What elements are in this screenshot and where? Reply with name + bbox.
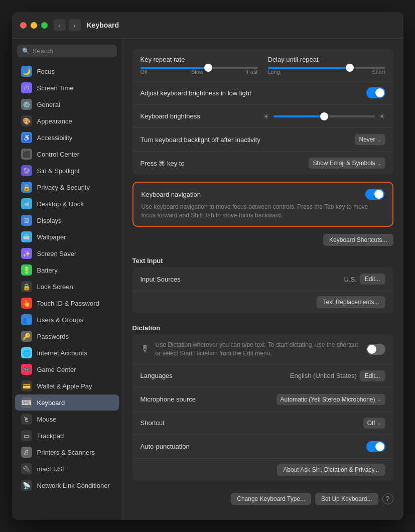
sidebar-item-internet-accounts[interactable]: 🌐 Internet Accounts [15,345,119,361]
sidebar-label-screen-saver: Screen Saver [37,250,77,257]
change-keyboard-type-button[interactable]: Change Keyboard Type... [231,493,311,505]
sidebar-label-appearance: Appearance [37,117,72,125]
brightness-low-light-label: Adjust keyboard brightness in low light [141,89,366,97]
help-button[interactable]: ? [382,493,393,504]
sidebar-item-general[interactable]: ⚙️ General [15,96,119,112]
sidebar-item-control-center[interactable]: ⬛ Control Center [15,146,119,162]
brightness-low-light-toggle[interactable] [366,87,385,98]
main-panel: Key repeat rate Delay until repeat [122,39,403,519]
sidebar-item-macfuse[interactable]: 🔌 macFUSE [15,461,119,477]
sidebar-item-network-link-conditioner[interactable]: 📡 Network Link Conditioner [15,477,119,493]
maximize-button[interactable] [41,22,48,29]
delay-repeat-labels: Long Short [268,69,385,75]
sidebar-label-game-center: Game Center [37,366,76,373]
text-replacements-button[interactable]: Text Replacements... [317,296,385,308]
shortcut-dropdown[interactable]: Off ⌄ [363,418,385,429]
microphone-source-arrow: ⌄ [377,396,381,402]
sidebar-item-passwords[interactable]: 🔑 Passwords [15,328,119,344]
input-sources-edit-button[interactable]: Edit... [360,274,385,285]
sidebar-item-privacy-security[interactable]: 🔒 Privacy & Security [15,179,119,195]
sidebar-label-passwords: Passwords [37,333,69,340]
sidebar-item-game-center[interactable]: 🎮 Game Center [15,361,119,377]
key-repeat-row: Key repeat rate Delay until repeat [132,49,393,81]
press-key-dropdown[interactable]: Show Emoji & Symbols ⌄ [309,158,385,169]
sidebar-item-mouse[interactable]: 🖱 Mouse [15,411,119,427]
text-input-header: Text Input [132,253,393,268]
sidebar-icon-screen-time: ⏱ [21,82,32,93]
sidebar-item-wallet-apple-pay[interactable]: 💳 Wallet & Apple Pay [15,378,119,394]
brightness-thumb[interactable] [320,112,328,120]
sidebar-item-users-groups[interactable]: 👥 Users & Groups [15,312,119,328]
sidebar-item-keyboard[interactable]: ⌨ Keyboard [15,394,119,411]
sidebar-item-touch-id[interactable]: 👆 Touch ID & Password [15,295,119,311]
sidebar-label-privacy-security: Privacy & Security [37,184,90,191]
sidebar-icon-accessibility: ♿ [21,132,32,143]
sidebar-label-control-center: Control Center [37,151,80,158]
sidebar-icon-lock-screen: 🔒 [21,281,32,292]
sidebar-icon-printers-scanners: 🖨 [21,447,32,458]
sidebar-icon-mouse: 🖱 [21,414,32,425]
sidebar-item-desktop-dock[interactable]: 🖥 Desktop & Dock [15,196,119,212]
forward-button[interactable]: › [69,19,81,31]
sidebar-label-wallet-apple-pay: Wallet & Apple Pay [37,382,92,390]
sidebar-item-wallpaper[interactable]: 🏔 Wallpaper [15,229,119,245]
keyboard-shortcuts-button[interactable]: Keyboard Shortcuts... [323,234,393,246]
close-button[interactable] [20,22,27,29]
sidebar-item-appearance[interactable]: 🎨 Appearance [15,113,119,129]
sidebar-item-siri-spotlight[interactable]: 🔮 Siri & Spotlight [15,163,119,179]
shortcut-row: Shortcut Off ⌄ [132,412,393,435]
sidebar-item-accessibility[interactable]: ♿ Accessibility [15,129,119,146]
keyboard-navigation-toggle[interactable] [365,189,384,200]
sidebar-label-touch-id: Touch ID & Password [37,300,99,307]
dictation-toggle[interactable] [366,344,385,355]
minimize-button[interactable] [31,22,37,29]
sidebar-label-screen-time: Screen Time [37,84,74,92]
sidebar-label-focus: Focus [37,68,55,75]
delay-long: Long [268,69,280,75]
brightness-low-icon: ☀ [263,112,269,120]
backlight-off-dropdown[interactable]: Never ⌄ [355,134,385,145]
key-repeat-labels: Off Slow Fast [141,69,258,75]
microphone-source-dropdown[interactable]: Automatic (Yeti Stereo Microphone) ⌄ [276,394,385,405]
delay-repeat-track[interactable] [268,67,385,69]
languages-edit-button[interactable]: Edit... [360,370,385,381]
microphone-source-value: Automatic (Yeti Stereo Microphone) [281,396,375,403]
press-key-value: Show Emoji & Symbols [313,160,375,167]
keyboard-navigation-description: Use keyboard navigation to move focus be… [142,203,384,220]
about-siri-button[interactable]: About Ask Siri, Dictation & Privacy... [277,464,385,476]
auto-punctuation-toggle[interactable] [366,441,385,452]
sidebar-icon-passwords: 🔑 [21,331,32,342]
brightness-high-icon: ☀ [379,112,385,120]
delay-repeat-label: Delay until repeat [268,56,319,63]
sidebar-item-printers-scanners[interactable]: 🖨 Printers & Scanners [15,444,119,460]
brightness-track[interactable] [273,115,375,117]
sidebar-icon-displays: 🖥 [21,215,32,226]
sidebar-item-trackpad[interactable]: ▭ Trackpad [15,428,119,444]
keyboard-brightness-row: Keyboard brightness ☀ ☀ [132,105,393,128]
sidebar-item-focus[interactable]: 🌙 Focus [15,63,119,79]
key-repeat-track[interactable] [141,67,258,69]
sidebar-item-lock-screen[interactable]: 🔒 Lock Screen [15,279,119,295]
sidebar-icon-network-link-conditioner: 📡 [21,480,32,491]
sidebar-icon-control-center: ⬛ [21,149,32,160]
shortcut-label: Shortcut [141,419,363,427]
sidebar-icon-siri-spotlight: 🔮 [21,165,32,176]
brightness-fill [273,115,324,117]
nav-buttons: ‹ › [54,19,81,31]
sidebar-item-screen-time[interactable]: ⏱ Screen Time [15,80,119,96]
sidebar-label-trackpad: Trackpad [37,432,64,440]
sidebar-item-battery[interactable]: 🔋 Battery [15,262,119,278]
search-box[interactable]: 🔍 [17,45,117,57]
backlight-off-row: Turn keyboard backlight off after inacti… [132,128,393,152]
search-input[interactable] [33,47,112,55]
sidebar-item-displays[interactable]: 🖥 Displays [15,212,119,228]
sidebar: 🔍 🌙 Focus ⏱ Screen Time ⚙️ General 🎨 [12,39,122,519]
sidebar-icon-internet-accounts: 🌐 [21,347,32,358]
sidebar-label-desktop-dock: Desktop & Dock [37,200,84,208]
set-up-keyboard-button[interactable]: Set Up Keyboard... [315,493,378,505]
back-button[interactable]: ‹ [54,19,66,31]
input-sources-row: Input Sources U.S. Edit... [132,268,393,291]
sidebar-icon-trackpad: ▭ [21,430,32,441]
sidebar-label-lock-screen: Lock Screen [37,283,73,291]
sidebar-item-screen-saver[interactable]: ✨ Screen Saver [15,245,119,261]
